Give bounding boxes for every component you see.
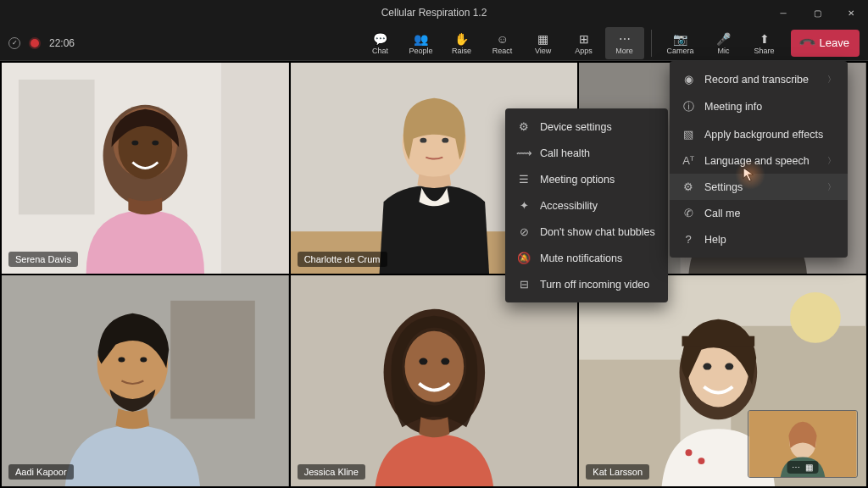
apps-button[interactable]: ⊞Apps	[565, 27, 604, 59]
title-bar: Cellular Respiration 1.2 ─ ▢ ✕	[0, 0, 868, 25]
name-tag: Jessica Kline	[298, 464, 365, 480]
participant-tile[interactable]: Serena Davis	[2, 63, 289, 274]
close-button[interactable]: ✕	[834, 0, 868, 25]
svg-rect-2	[221, 63, 289, 274]
pip-grid-icon[interactable]: ▦	[805, 463, 813, 472]
participant-tile[interactable]: Jessica Kline	[291, 275, 578, 486]
chevron-right-icon: 〉	[827, 181, 836, 193]
svg-point-37	[704, 363, 712, 370]
svg-rect-20	[170, 301, 255, 419]
meeting-options-item[interactable]: ☰Meeting options	[505, 166, 668, 192]
shield-icon: ✓	[8, 37, 20, 49]
svg-point-28	[419, 358, 427, 365]
record-transcribe-item[interactable]: ◉Record and transcribe〉	[670, 66, 848, 92]
call-health-item[interactable]: ⟿Call health	[505, 140, 668, 166]
name-tag: Serena Davis	[8, 252, 78, 267]
more-button[interactable]: ⋯More	[605, 27, 644, 59]
raise-hand-button[interactable]: ✋Raise	[442, 27, 481, 59]
bell-off-icon: 🔕	[517, 252, 531, 264]
chat-bubbles-item[interactable]: ⊘Don't show chat bubbles	[505, 219, 668, 245]
maximize-button[interactable]: ▢	[800, 0, 834, 25]
record-icon: ◉	[682, 73, 695, 86]
settings-submenu: ⚙Device settings ⟿Call health ☰Meeting o…	[505, 108, 668, 302]
svg-point-40	[698, 458, 705, 464]
separator	[651, 30, 652, 57]
recording-indicator-icon	[31, 39, 39, 47]
self-preview[interactable]: ⋯▦	[748, 410, 858, 478]
meeting-title: Cellular Respiration 1.2	[381, 7, 487, 19]
svg-point-12	[442, 138, 448, 143]
grid-icon: ▦	[537, 31, 548, 47]
name-tag: Aadi Kapoor	[8, 464, 74, 480]
mic-icon: 🎤	[716, 31, 731, 47]
hand-icon: ✋	[454, 31, 469, 47]
call-me-item[interactable]: ✆Call me	[670, 200, 848, 226]
turn-off-video-item[interactable]: ⊟Turn off incoming video	[505, 271, 668, 297]
react-button[interactable]: ☺React	[483, 27, 522, 59]
meeting-info-item[interactable]: ⓘMeeting info	[670, 92, 848, 121]
pulse-icon: ⟿	[517, 147, 531, 159]
sliders-icon: ☰	[517, 173, 531, 186]
chevron-right-icon: 〉	[827, 74, 836, 86]
camera-button[interactable]: 📷Camera	[659, 27, 703, 59]
mic-button[interactable]: 🎤Mic	[704, 27, 743, 59]
name-tag: Kat Larsson	[586, 464, 649, 480]
backdrop-icon: ▧	[682, 128, 695, 141]
pip-more-icon[interactable]: ⋯	[792, 463, 800, 472]
no-bubble-icon: ⊘	[517, 225, 531, 238]
svg-point-6	[131, 141, 138, 146]
participant-tile[interactable]: Kat Larsson ⋯▦	[579, 275, 866, 486]
chat-icon: 💬	[373, 31, 387, 47]
share-button[interactable]: ⬆Share	[745, 27, 784, 59]
accessibility-icon: ✦	[517, 199, 531, 212]
meeting-toolbar: ✓ 22:06 💬Chat 👥People ✋Raise ☺React ▦Vie…	[0, 25, 868, 61]
svg-point-22	[118, 358, 125, 363]
more-icon: ⋯	[619, 31, 631, 47]
help-item[interactable]: ?Help	[670, 226, 848, 252]
info-icon: ⓘ	[682, 99, 695, 114]
minimize-button[interactable]: ─	[766, 0, 800, 25]
svg-point-11	[420, 138, 426, 143]
svg-point-7	[152, 141, 159, 146]
settings-item[interactable]: ⚙Settings〉	[670, 174, 848, 200]
apps-icon: ⊞	[579, 31, 589, 47]
name-tag: Charlotte de Crum	[298, 252, 387, 267]
background-effects-item[interactable]: ▧Apply background effects	[670, 121, 848, 147]
video-off-icon: ⊟	[517, 278, 531, 291]
accessibility-item[interactable]: ✦Accessibility	[505, 192, 668, 219]
pip-controls[interactable]: ⋯▦	[787, 461, 818, 474]
elapsed-time: 22:06	[49, 37, 75, 49]
more-menu: ◉Record and transcribe〉 ⓘMeeting info ▧A…	[670, 61, 848, 258]
help-icon: ?	[682, 233, 695, 246]
svg-rect-1	[19, 80, 95, 214]
gear-icon: ⚙	[517, 120, 531, 133]
svg-point-29	[441, 358, 449, 365]
camera-icon: 📷	[673, 31, 687, 47]
smile-icon: ☺	[496, 31, 508, 47]
svg-point-23	[140, 358, 147, 363]
view-button[interactable]: ▦View	[524, 27, 563, 59]
svg-point-38	[726, 363, 734, 370]
svg-rect-36	[682, 336, 755, 347]
svg-point-33	[790, 292, 841, 343]
share-icon: ⬆	[760, 31, 770, 47]
participant-tile[interactable]: Aadi Kapoor	[2, 275, 289, 486]
hangup-icon: 📞	[798, 34, 817, 53]
gear-icon: ⚙	[682, 180, 695, 193]
device-settings-item[interactable]: ⚙Device settings	[505, 114, 668, 140]
chevron-right-icon: 〉	[827, 155, 836, 167]
language-speech-item[interactable]: AᵀLanguage and speech〉	[670, 147, 848, 174]
people-button[interactable]: 👥People	[402, 27, 441, 59]
leave-button[interactable]: 📞Leave	[791, 30, 860, 57]
language-icon: Aᵀ	[682, 154, 695, 167]
svg-point-39	[686, 449, 693, 456]
mute-notifications-item[interactable]: 🔕Mute notifications	[505, 245, 668, 271]
people-icon: 👥	[414, 31, 428, 47]
chat-button[interactable]: 💬Chat	[361, 27, 400, 59]
phone-icon: ✆	[682, 207, 695, 219]
